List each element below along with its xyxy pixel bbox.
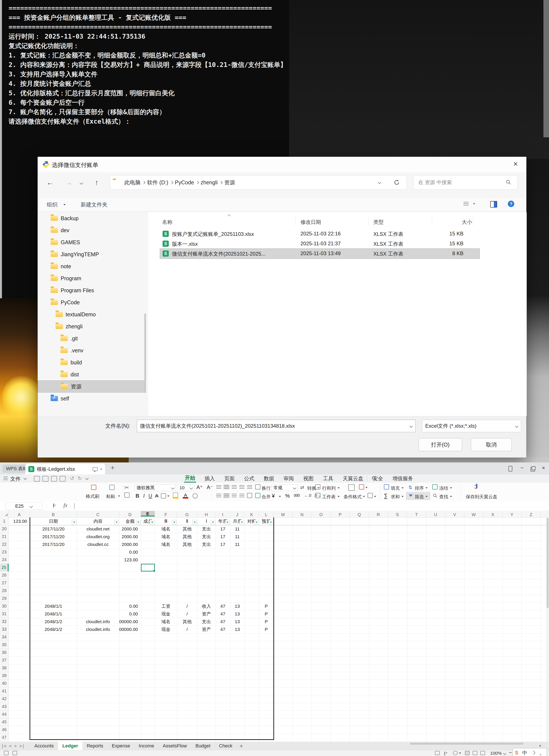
- column-header-K[interactable]: K: [245, 512, 259, 517]
- freeze-dropdown-icon[interactable]: [450, 487, 452, 489]
- sum-icon[interactable]: ∑: [384, 492, 388, 499]
- search-icon[interactable]: [506, 179, 511, 185]
- freeze-button[interactable]: 冻结: [439, 485, 448, 491]
- cell-H22[interactable]: 支出: [197, 541, 216, 548]
- cell-H21[interactable]: 支出: [197, 533, 216, 541]
- align-center-icon[interactable]: [224, 494, 229, 497]
- strikethrough-icon[interactable]: A: [154, 493, 160, 499]
- zoom-lens-icon[interactable]: [53, 503, 54, 508]
- conditional-format-button[interactable]: 条件格式: [343, 494, 361, 500]
- header-cell-C1[interactable]: 内容: [77, 517, 119, 525]
- cell-I21[interactable]: 17: [216, 533, 230, 541]
- sheet-vertical-scrollbar[interactable]: [546, 511, 549, 742]
- column-header-I[interactable]: I: [216, 512, 230, 517]
- next-sheet-icon[interactable]: >: [14, 743, 17, 748]
- table-tools-icon[interactable]: [435, 751, 440, 755]
- zoom-out-icon[interactable]: −: [509, 749, 512, 756]
- format-painter-button[interactable]: 格式刷: [86, 493, 99, 499]
- cell-B33[interactable]: 2048/1/2: [30, 626, 77, 633]
- name-box-dropdown-icon[interactable]: [30, 505, 33, 508]
- screen-share-icon[interactable]: [93, 467, 98, 471]
- undo-dropdown-icon[interactable]: [85, 477, 89, 480]
- number-format-select[interactable]: 常规: [272, 484, 298, 491]
- worksheet-dropdown-icon[interactable]: [337, 496, 340, 497]
- column-header-Q[interactable]: Q: [350, 512, 369, 517]
- up-icon[interactable]: ↑: [95, 178, 98, 187]
- underline-icon[interactable]: U: [147, 493, 154, 499]
- tree-item[interactable]: zhengli: [38, 320, 146, 332]
- print-icon[interactable]: [51, 476, 57, 482]
- font-color-icon[interactable]: A: [183, 492, 188, 498]
- cell-C21[interactable]: cloudlet.org: [77, 533, 119, 541]
- tree-item[interactable]: JiangYingTEMP: [38, 248, 146, 260]
- cell-H32[interactable]: 支出: [197, 618, 216, 626]
- zoom-dropdown-icon[interactable]: [503, 752, 507, 755]
- row-header-38[interactable]: 38: [0, 664, 9, 672]
- cell-D24[interactable]: 123.00: [119, 556, 141, 564]
- help-icon[interactable]: ?: [508, 201, 514, 207]
- cell-L30[interactable]: P: [259, 602, 274, 610]
- locate-dropdown-icon[interactable]: [459, 753, 461, 754]
- row-header-32[interactable]: 32: [0, 618, 9, 626]
- outline-icon[interactable]: [12, 751, 17, 755]
- tree-item[interactable]: self: [38, 392, 146, 405]
- cell-B31[interactable]: 2048/1/1: [30, 610, 77, 618]
- column-header-L[interactable]: L: [259, 512, 274, 517]
- rows-cols-dropdown-icon[interactable]: [337, 487, 340, 489]
- find-dropdown-icon[interactable]: [450, 496, 452, 497]
- ime-chinese-icon[interactable]: 中: [522, 750, 527, 756]
- cloud-save-icon[interactable]: [476, 484, 477, 489]
- filter-button-J[interactable]: [240, 520, 244, 524]
- thousand-separator-icon[interactable]: 000: [294, 493, 299, 498]
- italic-icon[interactable]: I: [141, 493, 147, 499]
- file-row[interactable]: S版本一.xlsx2025-11-03 21:37XLSX 工作表15 KB: [160, 239, 479, 249]
- cell-I30[interactable]: 47: [216, 602, 230, 610]
- sheet-tab-Check[interactable]: Check: [215, 742, 237, 750]
- cell-F32[interactable]: 域名: [155, 618, 177, 626]
- row-header-44[interactable]: 44: [0, 711, 9, 718]
- cell-D33[interactable]: -100000.00: [119, 626, 141, 633]
- cut-icon[interactable]: ✂: [124, 484, 129, 491]
- sheet-tab-Accounts[interactable]: Accounts: [30, 742, 58, 750]
- new-folder-button[interactable]: 新建文件夹: [81, 201, 108, 208]
- cell-G32[interactable]: 其他: [177, 618, 197, 626]
- restore-icon[interactable]: [528, 466, 537, 473]
- filter-button-C[interactable]: [114, 520, 119, 524]
- column-header-M[interactable]: M: [274, 512, 292, 517]
- dialog-titlebar[interactable]: 选择微信支付账单 ×: [38, 157, 526, 172]
- freeze-icon[interactable]: [432, 484, 437, 489]
- row-header-22[interactable]: 22: [0, 541, 9, 548]
- tree-item[interactable]: Program: [38, 272, 146, 284]
- menu-tab-公式[interactable]: 公式: [243, 475, 255, 482]
- cell-J33[interactable]: 13: [230, 626, 245, 633]
- cell-J31[interactable]: 13: [230, 610, 245, 618]
- filename-dropdown-icon[interactable]: [410, 424, 413, 428]
- align-middle-icon[interactable]: [224, 485, 229, 489]
- tree-item[interactable]: textualDemo: [38, 308, 146, 320]
- address-dropdown-icon[interactable]: [378, 181, 381, 184]
- cell-G20[interactable]: 其他: [177, 525, 197, 533]
- cell-G22[interactable]: 其他: [177, 541, 197, 548]
- font-name-select[interactable]: 微软雅黑: [135, 484, 176, 491]
- fill-dropdown-icon[interactable]: [401, 487, 404, 489]
- sheet-tab-Ledger[interactable]: Ledger: [58, 742, 82, 750]
- file-row[interactable]: S微信支付账单流水文件(20251021-2025...2025-11-03 1…: [160, 249, 479, 259]
- tree-item[interactable]: Backup: [38, 212, 146, 224]
- decrease-font-icon[interactable]: A⁻: [207, 484, 213, 490]
- first-sheet-icon[interactable]: |<: [1, 743, 6, 748]
- fill-color-icon[interactable]: [173, 492, 179, 499]
- cell-F31[interactable]: 现金: [155, 610, 177, 618]
- sort-ascending-icon[interactable]: [228, 214, 231, 218]
- cell-I33[interactable]: 47: [216, 626, 230, 633]
- column-header-O[interactable]: O: [311, 512, 331, 517]
- search-icon[interactable]: [371, 476, 377, 481]
- cell-D23[interactable]: 0.00: [119, 548, 141, 556]
- cell-G30[interactable]: /: [177, 602, 197, 610]
- column-divider[interactable]: [368, 216, 369, 226]
- menu-tab-工具[interactable]: 工具: [322, 475, 334, 482]
- cell-C32[interactable]: cloudlet.info: [77, 618, 119, 626]
- column-header-X[interactable]: X: [483, 512, 502, 517]
- column-header-H[interactable]: H: [197, 512, 216, 517]
- last-sheet-icon[interactable]: >|: [19, 743, 24, 748]
- zoom-level[interactable]: 100%: [490, 751, 502, 756]
